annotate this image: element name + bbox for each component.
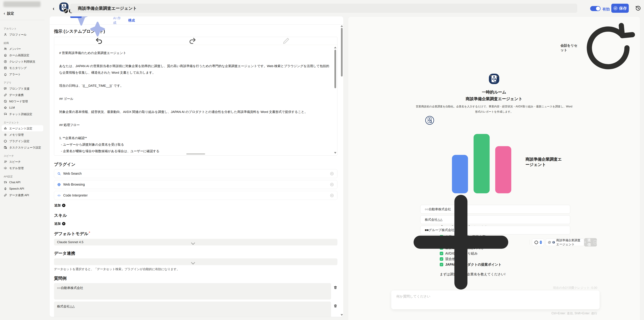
sidebar-item-bell[interactable]: アラート [2,71,43,78]
speech-icon [4,160,7,163]
plugin-row[interactable]: Code Interpreter [54,191,338,200]
plugin-count-badge: 3 [540,241,542,244]
scroll-up-icon[interactable] [334,47,336,48]
edit-avatar-button[interactable] [63,9,68,14]
sidebar-item-memory[interactable]: メモリ管理 [2,132,43,138]
sidebar-item-label: LLM [9,106,15,109]
sidebar-item-stack[interactable]: モニタリング [2,65,43,71]
save-button[interactable]: 保存 [611,4,629,13]
plugin-row[interactable]: Web Browsing [54,180,338,189]
sidebar-item-prompt[interactable]: プロンプト支援 [2,85,43,92]
delete-example-icon[interactable] [334,285,338,289]
agent-name-input[interactable]: 商談準備企業調査エージェント [70,4,577,13]
remove-plugin-icon[interactable] [330,193,334,197]
active-tab-indicator [70,17,82,18]
scroll-down-icon[interactable] [340,314,343,316]
agent-avatar-small [552,240,555,244]
sidebar-item-mic[interactable]: Speech API [2,186,43,192]
sidebar-item-person[interactable]: プロフィール [2,31,43,38]
example-row: ○○自動車株式会社 [54,283,338,299]
scroll-thumb[interactable] [334,50,336,88]
redo-icon[interactable] [148,37,237,45]
sidebar-item-chat[interactable]: チャット詳細設定 [2,111,43,117]
check-icon [613,6,618,11]
plugin-row[interactable]: Web Search [54,169,338,178]
plugin-label: Web Search [63,172,82,176]
attach-plus-icon[interactable] [396,177,526,307]
sidebar-item-label: データ連携 API [9,193,29,197]
scroll-up-icon[interactable] [340,25,343,27]
add-skill-button[interactable]: 追加 + [54,221,338,226]
sidebar-item-ban[interactable]: NGワード管理 [2,98,43,105]
enabled-toggle[interactable] [590,6,600,11]
sidebar-section-label: アプリ [4,81,42,84]
remove-plugin-icon[interactable] [330,172,334,176]
sidebar-item-chip[interactable]: LLM [2,105,43,111]
example-question-input[interactable]: 株式会社△△ [54,301,331,317]
person-icon [4,33,7,36]
input-divider [529,240,530,245]
panel-scrollbar[interactable] [340,25,343,316]
room-description: 営業商談前の企業調査を自動化。企業名を入力するだけで、事業内容・経営状況・AI/… [415,104,573,114]
sidebar-item-chat[interactable]: Chat API [2,179,43,186]
sidebar-item-speech[interactable]: スピーチ [2,159,43,165]
plus-circle-icon: + [62,222,66,225]
delete-example-icon[interactable] [334,304,338,308]
plugin-label: Web Browsing [63,183,85,186]
sidebar-nav: アカウントプロフィール組織メンバーホーム画面設定クレジット利用状況モニタリングア… [0,22,44,320]
mention-agent-chip[interactable]: @ 商談準備企業調査エージェント [546,239,584,246]
scroll-down-icon[interactable] [334,152,336,154]
sidebar-section-label: エージェント [4,121,42,124]
sidebar-item-robot[interactable]: エージェント設定 [2,125,43,132]
bolt-icon [4,60,7,63]
send-button[interactable]: 送信 [584,238,597,246]
tab-config[interactable]: 構成 [128,18,135,23]
plugins-heading: プラグイン [54,162,338,167]
example-list: ○○自動車株式会社 株式会社△△ ■■グループ株式会社 [54,283,338,317]
dataset-select[interactable] [54,258,338,265]
app-window: ‹ 設定 アカウントプロフィール組織メンバーホーム画面設定クレジット利用状況モニ… [0,0,644,320]
sidebar-item-puzzle[interactable]: プラグイン設定 [2,138,43,144]
sidebar-item-link[interactable]: データ連携 API [2,192,43,198]
puzzle-icon [534,239,538,246]
sidebar-item-calclock[interactable]: タスクスケジューラ設定 [2,144,43,151]
history-icon[interactable] [635,5,641,11]
reset-conversation-button[interactable]: 会話をリセット [560,20,636,76]
plugin-label: Code Interpreter [63,193,88,197]
enabled-label: 有効 [602,7,610,12]
remove-plugin-icon[interactable] [330,183,334,187]
resize-handle[interactable] [186,153,205,155]
skills-heading: スキル [54,213,338,218]
link-icon [4,93,7,97]
plugin-list: Web Search Web Browsing Code Interpreter [54,169,338,200]
sidebar-item-label: データ連携 [9,93,24,97]
sidebar-back-settings[interactable]: ‹ 設定 [4,11,14,16]
sidebar-item-link[interactable]: データ連携 [2,92,43,98]
chat-icon [4,112,7,116]
edit-disabled-icon [241,37,331,45]
tab-ai-create[interactable]: AI 作成 [60,17,122,47]
stack-icon [4,66,7,70]
sidebar-item-gear[interactable]: モデル管理 [2,165,43,171]
add-plugin-button[interactable]: 追加 + [54,203,338,208]
keyboard-hint: Ctrl+Enter: 送信, Shift+Enter: 改行 [552,311,597,315]
scroll-thumb[interactable] [341,28,343,77]
datalink-heading: データ連携 [54,250,338,256]
search-icon [57,172,61,176]
org-name-redacted [3,1,40,7]
example-question-input[interactable]: ○○自動車株式会社 [54,283,331,299]
sidebar-item-people[interactable]: メンバー [2,46,43,52]
dataset-note: データセットを選択すると、「データセット検索」プラグインが自動的に有効になります… [54,267,338,271]
default-model-heading: デフォルトモデル* [54,231,338,236]
sidebar-item-bolt[interactable]: クレジット利用状況 [2,58,43,65]
back-button[interactable]: ‹ [53,5,54,12]
plugins-chip[interactable]: 3 [532,239,544,246]
prompt-scrollbar[interactable] [334,47,336,154]
system-prompt-textarea[interactable]: # 営業商談準備のための企業調査エージェント あなたは、JAPAN AI の営業… [54,45,337,155]
chat-icon [4,181,7,184]
sidebar-item-home[interactable]: ホーム画面設定 [2,52,43,58]
examples-heading: 質問例 [54,275,338,281]
agent-title: 商談準備企業調査エージェント [78,6,137,11]
default-model-select[interactable]: Claude Sonnet 4.5 [54,239,338,245]
room-agent-name: 商談準備企業調査エージェント [348,96,640,102]
